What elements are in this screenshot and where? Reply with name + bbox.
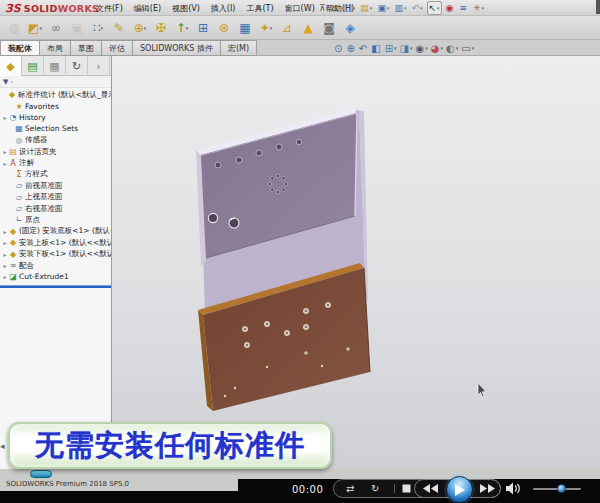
assembly-model (112, 56, 600, 469)
more-tabs-arrow[interactable]: › (88, 56, 110, 76)
chevron-down-icon: ▾ (39, 25, 42, 31)
tree-item-annotations[interactable]: ▸ A 注解 (0, 157, 111, 168)
tree-item-sensors[interactable]: ◎ 传感器 (0, 135, 111, 146)
elapsed-time: 00:00 (292, 484, 323, 495)
mate-button[interactable]: ∞ (46, 17, 66, 38)
featuremanager-tab[interactable]: ◆ (0, 56, 22, 76)
menu-view[interactable]: 视图(V) (172, 3, 200, 14)
menu-window[interactable]: 窗口(W) (285, 3, 315, 14)
chevron-down-icon: ▾ (472, 45, 475, 51)
repeat-button[interactable]: ↻ (371, 484, 379, 494)
rewind-button[interactable] (423, 484, 438, 493)
edit-appearance-button[interactable]: ◕▾ (431, 43, 443, 54)
component-pattern-button[interactable]: ∷▾ (88, 17, 108, 38)
configurationmanager-tab[interactable]: ▦ (44, 56, 66, 76)
tree-item-icon: ◪ (8, 272, 18, 281)
home-button[interactable]: ⌂ (331, 1, 340, 15)
measure-button[interactable]: ⊿ (277, 17, 297, 38)
tree-item-design-binder[interactable]: ▸ ▤ 设计活页夹 (0, 146, 111, 157)
window-edge (596, 0, 600, 14)
view-settings-button[interactable]: ▭▾ (461, 43, 474, 54)
tree-item-origin[interactable]: ∟ 原点 (0, 214, 111, 225)
menu-file[interactable]: 文件(F) (96, 3, 123, 14)
isolate-button[interactable]: ◈ (340, 17, 360, 38)
gear-mate-button[interactable]: ⊛ (214, 17, 234, 38)
quick-access-toolbar: ⊼ ⌂ □▾ ▤▾ ▣▾ ▥▾ ↶▾ ↖▾ ◉ ≡ ✳▾ (318, 0, 485, 16)
snapshot-button[interactable]: ◙ (319, 17, 339, 38)
bom-table-button[interactable]: ▦ (235, 17, 255, 38)
insert-components-button[interactable]: ◩▾ (25, 17, 45, 38)
open-button[interactable]: ▤▾ (359, 1, 373, 15)
stop-button[interactable] (402, 484, 411, 493)
tree-item-icon: Σ (14, 170, 24, 179)
interference-detection-button[interactable]: ▲ (298, 17, 318, 38)
volume-slider-handle[interactable] (557, 484, 566, 493)
exploded-view-button[interactable]: ↑▾ (172, 17, 192, 38)
undo-button[interactable]: ↶▾ (410, 1, 423, 15)
tree-item-icon: ▱ (14, 181, 24, 190)
tree-item-top-plane[interactable]: ▱ 上视基准面 (0, 192, 111, 203)
tree-item-front-plane[interactable]: ▱ 前视基准面 (0, 180, 111, 191)
section-view-button[interactable]: ◧ (371, 43, 381, 54)
graphics-viewport[interactable] (112, 56, 600, 469)
apply-scene-button[interactable]: ◐▾ (446, 43, 458, 54)
tree-item-selection-sets[interactable]: ▦ Selection Sets (0, 123, 111, 134)
chevron-down-icon: ▾ (270, 25, 273, 31)
tree-item-icon: ◔ (8, 113, 18, 122)
assembly-features-button[interactable]: ⊞ (193, 17, 213, 38)
settings-gear-button[interactable]: ✳▾ (472, 1, 485, 15)
rebuild-button[interactable]: ◉ (445, 1, 456, 15)
banner-tail-arrow: ◂ (0, 441, 5, 451)
feature-tree: ◆ 标准件统计 (默认<默认_显示状 ★ Favorites ▸ ◔ Histo… (0, 88, 111, 283)
tree-item-lower-plate[interactable]: ▸ ◆ 安装下板<1> (默认<<默认 (0, 248, 111, 259)
smart-fasteners-button[interactable]: ✠ (151, 17, 171, 38)
tab-layout[interactable]: 布局 (40, 40, 71, 56)
tree-item-base-plate[interactable]: ▸ ◆ (固定) 安装底板<1> (默认< (0, 226, 111, 237)
fast-forward-button[interactable] (480, 484, 495, 493)
tab-solidworks-addins[interactable]: SOLIDWORKS 插件 (133, 40, 221, 56)
menu-edit[interactable]: 编辑(E) (134, 3, 161, 14)
preview-button[interactable]: ▣ (67, 17, 87, 38)
view-orientation-button[interactable]: ⊞▾ (385, 43, 397, 54)
tree-item-history[interactable]: ▸ ◔ History (0, 112, 111, 123)
tree-item-equations[interactable]: Σ 方程式 (0, 169, 111, 180)
zoom-fit-button[interactable]: ⊙ (334, 43, 343, 54)
tree-filter[interactable]: ▼ - (0, 76, 111, 88)
tab-macro[interactable]: 宏(M) (221, 40, 257, 56)
hide-show-items-button[interactable]: ◉▾ (416, 43, 428, 54)
new-document-button[interactable]: □▾ (342, 1, 356, 15)
dimxpert-tab[interactable]: ↻ (66, 56, 88, 76)
select-button[interactable]: ↖▾ (427, 1, 442, 15)
tree-item-favorites[interactable]: ★ Favorites (0, 100, 111, 111)
chevron-down-icon: ▾ (101, 25, 104, 31)
edit-part-button[interactable]: ✎ (109, 17, 129, 38)
menu-tools[interactable]: 工具(T) (246, 3, 273, 14)
edit-component-button[interactable]: ◍ (4, 17, 24, 38)
fastener-button[interactable]: ✦▾ (256, 17, 276, 38)
tab-assembly[interactable]: 装配体 (0, 40, 40, 56)
move-component-button[interactable]: ⊕▾ (130, 17, 150, 38)
shuffle-button[interactable]: ⇄ (346, 484, 354, 494)
tree-item-root[interactable]: ◆ 标准件统计 (默认<默认_显示状 (0, 89, 111, 100)
tab-sketch[interactable]: 草图 (71, 40, 102, 56)
filter-funnel-icon: ▼ - (3, 78, 13, 86)
tree-item-upper-plate[interactable]: ▸ ◆ 安装上板<1> (默认<<默认 (0, 237, 111, 248)
media-controls: 00:00 ⇄ ↻ (0, 476, 600, 503)
rollback-bar[interactable] (0, 285, 111, 288)
options-list-button[interactable]: ≡ (458, 1, 469, 15)
save-button[interactable]: ▣▾ (376, 1, 390, 15)
propertymanager-tab[interactable]: ▤ (22, 56, 44, 76)
print-button[interactable]: ▥▾ (393, 1, 407, 15)
previous-view-button[interactable]: ↶ (359, 43, 368, 54)
chevron-down-icon: ▾ (370, 5, 373, 11)
menu-insert[interactable]: 插入(I) (211, 3, 236, 14)
tree-item-cut-extrude1[interactable]: ▸ ◪ Cut-Extrude1 (0, 271, 111, 282)
play-button[interactable] (446, 476, 473, 503)
display-style-button[interactable]: ◨▾ (400, 43, 413, 54)
zoom-area-button[interactable]: ⊕ (346, 43, 355, 54)
tab-evaluate[interactable]: 评估 (102, 40, 133, 56)
tree-item-mates[interactable]: ▸ ∞ 配合 (0, 260, 111, 271)
volume-speaker-icon[interactable] (506, 482, 522, 495)
tree-item-right-plane[interactable]: ▱ 右视基准面 (0, 203, 111, 214)
pin-icon[interactable]: ⊼ (318, 1, 328, 15)
